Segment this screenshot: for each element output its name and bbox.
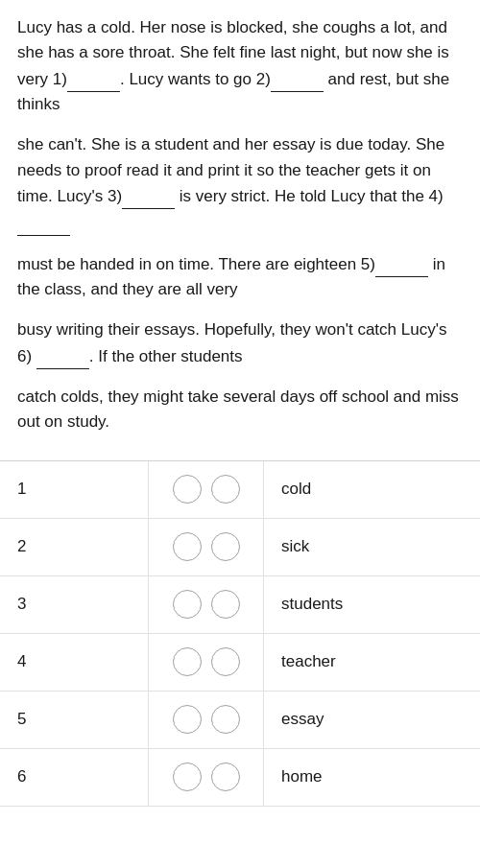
paragraph-1: Lucy has a cold. Her nose is blocked, sh… bbox=[17, 15, 463, 117]
row-number-2: 2 bbox=[0, 519, 149, 575]
radio-group-3[interactable] bbox=[149, 576, 264, 633]
radio-left-2[interactable] bbox=[173, 532, 202, 561]
paragraph-4: busy writing their essays. Hopefully, th… bbox=[17, 317, 463, 369]
answer-label-5: essay bbox=[264, 692, 480, 748]
blank-1 bbox=[67, 66, 120, 92]
blank-6 bbox=[36, 343, 89, 369]
radio-group-2[interactable] bbox=[149, 519, 264, 575]
row-number-3: 3 bbox=[0, 576, 149, 633]
table-row: 6home bbox=[0, 749, 480, 807]
blank-4 bbox=[17, 209, 70, 235]
answer-label-1: cold bbox=[264, 461, 480, 518]
radio-right-1[interactable] bbox=[211, 475, 240, 504]
row-number-4: 4 bbox=[0, 634, 149, 691]
table-row: 5essay bbox=[0, 692, 480, 749]
radio-left-6[interactable] bbox=[173, 762, 202, 791]
radio-right-5[interactable] bbox=[211, 705, 240, 734]
matching-section: 1cold2sick3students4teacher5essay6home bbox=[0, 461, 480, 807]
radio-group-6[interactable] bbox=[149, 749, 264, 806]
radio-left-3[interactable] bbox=[173, 590, 202, 619]
answer-label-2: sick bbox=[264, 519, 480, 575]
radio-group-4[interactable] bbox=[149, 634, 264, 691]
radio-left-1[interactable] bbox=[173, 475, 202, 504]
row-number-5: 5 bbox=[0, 692, 149, 748]
table-row: 3students bbox=[0, 576, 480, 634]
radio-right-3[interactable] bbox=[211, 590, 240, 619]
row-number-6: 6 bbox=[0, 749, 149, 806]
passage-section: Lucy has a cold. Her nose is blocked, sh… bbox=[0, 0, 480, 460]
answer-label-6: home bbox=[264, 749, 480, 806]
answer-label-3: students bbox=[264, 576, 480, 633]
table-row: 4teacher bbox=[0, 634, 480, 692]
blank-2 bbox=[271, 66, 324, 92]
radio-right-6[interactable] bbox=[211, 762, 240, 791]
row-number-1: 1 bbox=[0, 461, 149, 518]
radio-right-4[interactable] bbox=[211, 647, 240, 676]
radio-left-4[interactable] bbox=[173, 647, 202, 676]
blank-3 bbox=[122, 183, 175, 209]
paragraph-5: catch colds, they might take several day… bbox=[17, 385, 463, 435]
paragraph-3: must be handed in on time. There are eig… bbox=[17, 251, 463, 303]
radio-right-2[interactable] bbox=[211, 532, 240, 561]
answer-label-4: teacher bbox=[264, 634, 480, 691]
radio-group-1[interactable] bbox=[149, 461, 264, 518]
table-row: 2sick bbox=[0, 519, 480, 576]
table-row: 1cold bbox=[0, 461, 480, 519]
radio-group-5[interactable] bbox=[149, 692, 264, 748]
blank-5 bbox=[375, 251, 428, 277]
paragraph-2: she can't. She is a student and her essa… bbox=[17, 132, 463, 235]
radio-left-5[interactable] bbox=[173, 705, 202, 734]
